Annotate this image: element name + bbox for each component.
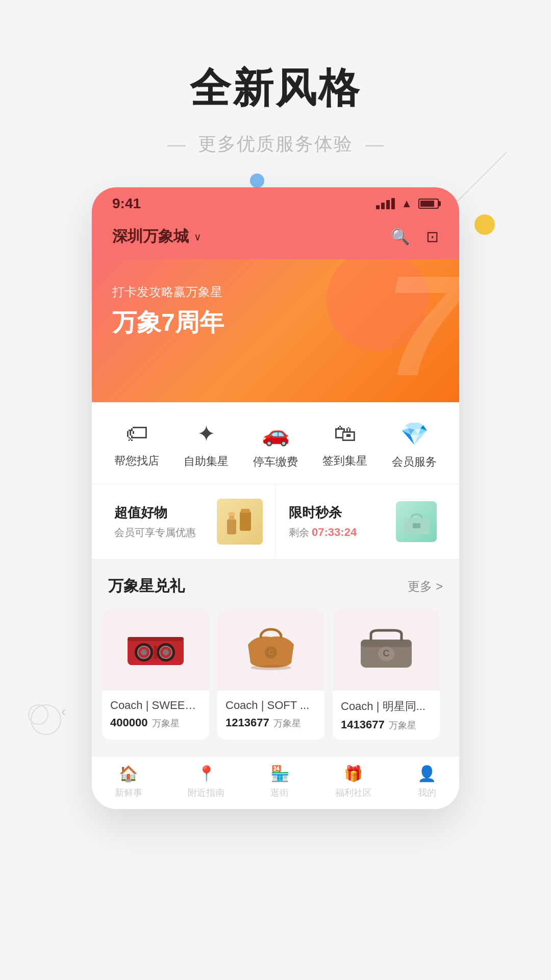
gifts-title: 万象星兑礼 [108,576,185,597]
main-title: 全新风格 [0,61,551,116]
quick-action-parking[interactable]: 🚗 停车缴费 [253,421,298,470]
gifts-header: 万象星兑礼 更多 > [102,576,449,597]
tab-news[interactable]: 🏠 新鲜事 [115,765,142,799]
status-icons: ▲ [376,197,439,210]
deco-circle-sm [28,704,48,725]
profile-icon: 👤 [417,765,436,782]
promo-row: 超值好物 会员可享专属优惠 限时秒杀 剩余 07:33:24 [92,484,459,559]
gift-card-3[interactable]: C Coach | 明星同... 1413677 万象星 [333,609,440,740]
gift-card-2-info: Coach | SOFT ... 1213677 万象星 [217,691,324,738]
svg-point-2 [228,512,235,516]
promo-deals-text: 超值好物 会员可享专属优惠 [114,504,196,540]
scan-icon[interactable]: ⊡ [426,228,439,246]
banner-bg-number: 7 [385,259,459,397]
gift-card-1[interactable]: Coach | SWEETIE 400000 万象星 [102,609,209,740]
news-icon: 🏠 [119,765,138,782]
gifts-more-button[interactable]: 更多 > [408,578,443,595]
svg-rect-4 [241,509,250,513]
signal-icon [376,198,395,209]
checkin-label: 签到集星 [322,453,367,469]
svg-text:C: C [383,648,390,658]
collect-stars-label: 自助集星 [184,454,229,469]
svg-rect-0 [227,519,236,534]
shop-icon: 🏪 [270,765,289,782]
promo-flash-title: 限时秒杀 [289,504,357,522]
svg-rect-20 [361,640,412,647]
tab-profile[interactable]: 👤 我的 [417,765,436,799]
status-bar: 9:41 ▲ [92,187,459,218]
sub-prefix: — [167,134,186,155]
member-icon: 💎 [400,421,429,447]
bottom-tabs: 🏠 新鲜事 📍 附近指南 🏪 逛街 🎁 福利社区 👤 我的 [92,756,459,809]
gift-card-1-name: Coach | SWEETIE [110,699,201,712]
deco-arrow: ‹ [61,703,66,720]
gift-card-2-price: 1213677 万象星 [226,716,316,729]
gift-card-1-image [102,609,209,691]
chevron-down-icon: ∨ [194,231,202,243]
tab-nearby[interactable]: 📍 附近指南 [188,765,224,799]
find-store-icon: 🏷 [126,421,148,446]
nearby-icon: 📍 [197,765,216,782]
quick-action-find-store[interactable]: 🏷 帮您找店 [114,421,159,470]
wifi-icon: ▲ [401,197,412,210]
gift-card-3-info: Coach | 明星同... 1413677 万象星 [333,691,440,740]
deco-dot-yellow [474,214,495,235]
svg-rect-8 [128,637,184,641]
parking-icon: 🚗 [262,421,290,447]
promo-card-deals[interactable]: 超值好物 会员可享专属优惠 [102,484,276,559]
svg-point-14 [163,649,169,655]
svg-point-18 [251,665,291,670]
gift-card-2-name: Coach | SOFT ... [226,699,316,712]
gift-card-3-name: Coach | 明星同... [341,699,432,714]
banner[interactable]: 7 打卡发攻略赢万象星 万象7周年 [92,259,459,402]
svg-rect-6 [413,523,420,528]
svg-text:C: C [268,648,273,656]
location-text: 深圳万象城 [112,226,189,247]
quick-action-checkin[interactable]: 🛍 签到集星 [322,421,367,470]
gift-card-3-image: C [333,609,440,691]
deco-circle-outline [31,704,61,735]
member-label: 会员服务 [392,454,437,470]
promo-card-flash[interactable]: 限时秒杀 剩余 07:33:24 [277,484,449,559]
sub-title: 更多优质服务体验 [198,132,353,157]
promo-flash-countdown: 剩余 07:33:24 [289,526,357,540]
gift-card-1-price: 400000 万象星 [110,716,201,729]
welfare-label: 福利社区 [335,787,372,799]
quick-action-member[interactable]: 💎 会员服务 [392,421,437,470]
news-label: 新鲜事 [115,787,142,799]
header-actions: 🔍 ⊡ [391,228,439,246]
profile-label: 我的 [418,787,436,799]
promo-deals-title: 超值好物 [114,504,196,522]
search-icon[interactable]: 🔍 [391,228,410,246]
battery-icon [418,199,439,209]
quick-action-collect-stars[interactable]: ✦ 自助集星 [184,421,229,470]
checkin-icon: 🛍 [334,421,356,446]
promo-deals-subtitle: 会员可享专属优惠 [114,526,196,540]
welfare-icon: 🎁 [344,765,363,782]
svg-rect-3 [240,511,251,531]
find-store-label: 帮您找店 [114,453,159,469]
tab-welfare[interactable]: 🎁 福利社区 [335,765,372,799]
gift-card-3-price: 1413677 万象星 [341,718,432,731]
page-header: 全新风格 — 更多优质服务体验 — [0,0,551,187]
phone-mockup: 9:41 ▲ 深圳万象城 ∨ 🔍 ⊡ 7 打卡发攻略赢万象星 [92,187,459,809]
location-selector[interactable]: 深圳万象城 ∨ [112,226,202,247]
collect-stars-icon: ✦ [197,421,216,447]
quick-actions: 🏷 帮您找店 ✦ 自助集星 🚗 停车缴费 🛍 签到集星 💎 会员服务 [92,402,459,484]
gift-card-2[interactable]: C Coach | SOFT ... 1213677 万象星 [217,609,324,740]
promo-flash-text: 限时秒杀 剩余 07:33:24 [289,504,357,540]
sub-suffix: — [365,134,384,155]
gift-card-2-image: C [217,609,324,691]
tab-shop[interactable]: 🏪 逛街 [270,765,289,799]
svg-point-11 [141,649,147,655]
nearby-label: 附近指南 [188,787,224,799]
parking-label: 停车缴费 [253,454,298,470]
gifts-section: 万象星兑礼 更多 > [92,559,459,756]
gift-card-1-info: Coach | SWEETIE 400000 万象星 [102,691,209,738]
promo-deals-image [217,499,263,545]
shop-label: 逛街 [270,787,289,799]
status-time: 9:41 [112,195,141,212]
app-header: 深圳万象城 ∨ 🔍 ⊡ [92,218,459,259]
svg-rect-15 [154,646,157,659]
sub-title-row: — 更多优质服务体验 — [0,132,551,157]
